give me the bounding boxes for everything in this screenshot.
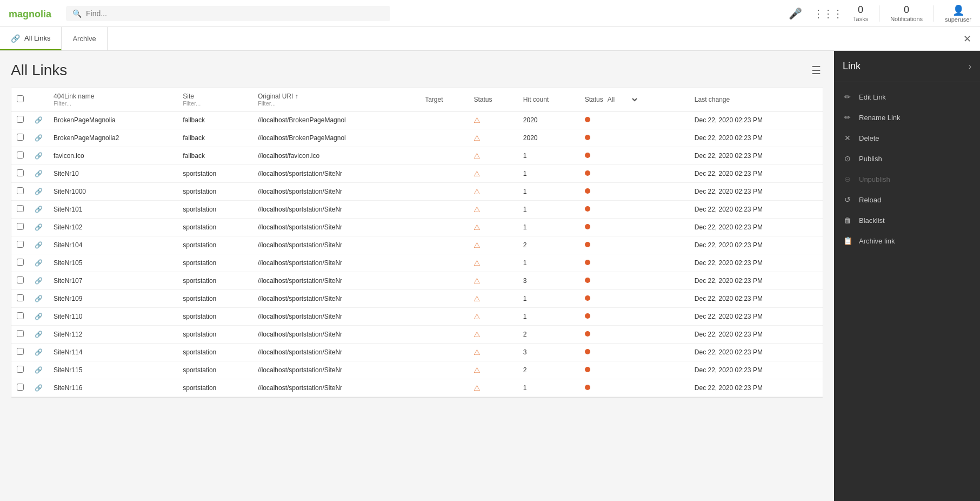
table-row[interactable]: 🔗 SiteNr102 sportstation //localhost/spo… [11, 219, 823, 236]
close-panel-button[interactable]: ✕ [955, 33, 980, 45]
row-checkbox[interactable] [11, 183, 29, 201]
row-last-change: Dec 22, 2020 02:23 PM [689, 254, 823, 272]
status-dot [585, 349, 590, 354]
menu-item-label: Archive link [859, 237, 895, 245]
notifications-count: 0 [904, 4, 909, 16]
row-status: ⚠ [468, 254, 517, 272]
menu-item-label: Publish [859, 155, 882, 163]
row-last-change: Dec 22, 2020 02:23 PM [689, 201, 823, 219]
panel-menu-item-archive-link[interactable]: 📋 Archive link [834, 230, 980, 251]
links-table: 404Link name Filter... Site Filter... Or… [11, 88, 823, 397]
row-status: ⚠ [468, 183, 517, 201]
apps-button[interactable]: ⋮⋮⋮ [813, 7, 842, 20]
table-row[interactable]: 🔗 SiteNr1000 sportstation //localhost/sp… [11, 183, 823, 201]
status-dot [585, 188, 590, 194]
hamburger-icon: ☰ [811, 64, 821, 76]
row-checkbox[interactable] [11, 111, 29, 129]
row-hit-count: 1 [518, 290, 579, 308]
row-uri: //localhost/sportstation/SiteNr [252, 344, 419, 361]
table-row[interactable]: 🔗 SiteNr107 sportstation //localhost/spo… [11, 272, 823, 290]
row-checkbox[interactable] [11, 165, 29, 183]
row-checkbox[interactable] [11, 326, 29, 344]
table-row[interactable]: 🔗 SiteNr112 sportstation //localhost/spo… [11, 326, 823, 344]
row-checkbox[interactable] [11, 272, 29, 290]
header-original-uri: Original URI ↑ Filter... [252, 88, 419, 111]
row-last-change: Dec 22, 2020 02:23 PM [689, 183, 823, 201]
row-last-change: Dec 22, 2020 02:23 PM [689, 344, 823, 361]
panel-menu-item-reload[interactable]: ↺ Reload [834, 189, 980, 210]
panel-chevron-icon[interactable]: › [969, 62, 971, 71]
table-row[interactable]: 🔗 favicon.ico fallback //localhost/favic… [11, 147, 823, 165]
row-status-dot [579, 129, 689, 147]
row-checkbox[interactable] [11, 344, 29, 361]
row-link-name: SiteNr1000 [48, 183, 177, 201]
tab-all-links-label: All Links [24, 34, 50, 42]
table-row[interactable]: 🔗 BrokenPageMagnolia fallback //localhos… [11, 111, 823, 129]
row-status: ⚠ [468, 111, 517, 129]
menu-item-label: Rename Link [859, 114, 901, 122]
row-checkbox[interactable] [11, 290, 29, 308]
search-input[interactable] [86, 9, 384, 18]
header-icon-col [29, 88, 48, 111]
row-hit-count: 2 [518, 236, 579, 254]
search-bar[interactable]: 🔍 [66, 6, 390, 21]
row-checkbox[interactable] [11, 236, 29, 254]
panel-menu-item-blacklist[interactable]: 🗑 Blacklist [834, 210, 980, 230]
row-last-change: Dec 22, 2020 02:23 PM [689, 290, 823, 308]
row-last-change: Dec 22, 2020 02:23 PM [689, 308, 823, 326]
select-all-checkbox[interactable] [17, 95, 24, 102]
row-checkbox[interactable] [11, 254, 29, 272]
table-row[interactable]: 🔗 SiteNr115 sportstation //localhost/spo… [11, 361, 823, 379]
panel-menu-item-delete[interactable]: ✕ Delete [834, 128, 980, 148]
table-row[interactable]: 🔗 SiteNr110 sportstation //localhost/spo… [11, 308, 823, 326]
status-filter-select[interactable]: All Active Inactive [605, 95, 639, 104]
row-link-name: SiteNr114 [48, 344, 177, 361]
panel-menu-item-edit-link[interactable]: ✏ Edit Link [834, 87, 980, 107]
row-status-dot [579, 326, 689, 344]
tasks-nav-item[interactable]: 0 Tasks [853, 4, 868, 22]
table-row[interactable]: 🔗 SiteNr101 sportstation //localhost/spo… [11, 201, 823, 219]
content-menu-button[interactable]: ☰ [809, 62, 823, 79]
table-row[interactable]: 🔗 SiteNr105 sportstation //localhost/spo… [11, 254, 823, 272]
header-target: Target [419, 88, 468, 111]
table-row[interactable]: 🔗 SiteNr10 sportstation //localhost/spor… [11, 165, 823, 183]
row-target [419, 361, 468, 379]
top-navigation: magnolia 🔍 🎤 ⋮⋮⋮ 0 Tasks 0 Notifications… [0, 0, 980, 27]
menu-item-icon: ↺ [843, 195, 852, 204]
row-checkbox[interactable] [11, 147, 29, 165]
row-target [419, 290, 468, 308]
tab-all-links[interactable]: 🔗 All Links [0, 27, 62, 50]
row-status-dot [579, 201, 689, 219]
grid-icon: ⋮⋮⋮ [813, 7, 842, 20]
row-last-change: Dec 22, 2020 02:23 PM [689, 272, 823, 290]
table-row[interactable]: 🔗 SiteNr104 sportstation //localhost/spo… [11, 236, 823, 254]
warning-icon: ⚠ [474, 223, 481, 232]
table-row[interactable]: 🔗 SiteNr109 sportstation //localhost/spo… [11, 290, 823, 308]
panel-menu-item-rename-link[interactable]: ✏ Rename Link [834, 107, 980, 128]
row-target [419, 219, 468, 236]
row-checkbox[interactable] [11, 379, 29, 397]
row-link-icon: 🔗 [29, 111, 48, 129]
status-dot [585, 117, 590, 122]
row-last-change: Dec 22, 2020 02:23 PM [689, 361, 823, 379]
row-checkbox[interactable] [11, 129, 29, 147]
row-link-icon: 🔗 [29, 379, 48, 397]
row-uri: //localhost/sportstation/SiteNr [252, 183, 419, 201]
status-filter[interactable]: Status All Active Inactive [585, 95, 684, 104]
row-checkbox[interactable] [11, 201, 29, 219]
table-row[interactable]: 🔗 SiteNr116 sportstation //localhost/spo… [11, 379, 823, 397]
table-row[interactable]: 🔗 SiteNr114 sportstation //localhost/spo… [11, 344, 823, 361]
notifications-nav-item[interactable]: 0 Notifications [890, 4, 923, 22]
row-checkbox[interactable] [11, 219, 29, 236]
header-status: Status [468, 88, 517, 111]
table-row[interactable]: 🔗 BrokenPageMagnolia2 fallback //localho… [11, 129, 823, 147]
user-nav-item[interactable]: 👤 superuser [945, 4, 971, 23]
row-target [419, 165, 468, 183]
tasks-count: 0 [858, 4, 863, 16]
row-checkbox[interactable] [11, 308, 29, 326]
row-link-name: SiteNr115 [48, 361, 177, 379]
tab-archive[interactable]: Archive [62, 27, 107, 50]
mic-button[interactable]: 🎤 [789, 7, 802, 20]
panel-menu-item-publish[interactable]: ⊙ Publish [834, 148, 980, 169]
row-checkbox[interactable] [11, 361, 29, 379]
